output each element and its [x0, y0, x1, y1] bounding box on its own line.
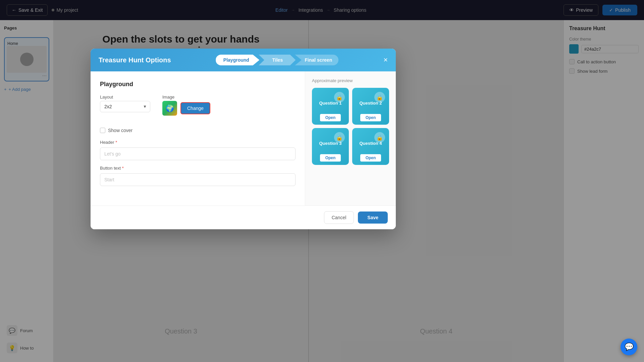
tile-open-button-4[interactable]: Open [360, 154, 381, 162]
show-cover-row: Show cover [100, 128, 296, 133]
lock-icon-3: 🔒 [334, 132, 345, 143]
preview-title: Approximate preview [312, 78, 389, 83]
lock-icon-1: 🔒 [334, 92, 345, 103]
tab-tiles[interactable]: Tiles [259, 55, 296, 65]
change-image-button[interactable]: Change [180, 102, 210, 114]
modal-footer: Cancel Save [91, 205, 396, 229]
modal-title: Treasure Hunt Options [99, 56, 171, 64]
lock-icon-4: 🔒 [374, 132, 385, 143]
tile-open-button-3[interactable]: Open [320, 154, 341, 162]
show-cover-label: Show cover [108, 128, 132, 133]
modal-left-panel: Playground Layout 2x2 3x3 4x4 ▼ Ima [91, 71, 305, 205]
tab-playground[interactable]: Playground [216, 55, 259, 65]
modal-right-panel: Approximate preview 🔒 Question 1 Open 🔒 … [305, 71, 396, 205]
preview-tile-4[interactable]: 🔒 Question 4 Open [352, 128, 389, 165]
header-label: Header [100, 140, 296, 145]
image-group: Image 🌍 Change [162, 95, 210, 122]
show-cover-checkbox[interactable] [100, 128, 105, 133]
header-group: Header [100, 140, 296, 160]
layout-group: Layout 2x2 3x3 4x4 ▼ [100, 95, 150, 112]
image-label: Image [162, 95, 210, 100]
button-text-group: Button text [100, 166, 296, 186]
button-text-label: Button text [100, 166, 296, 171]
tile-open-button-1[interactable]: Open [320, 114, 341, 121]
preview-tile-1[interactable]: 🔒 Question 1 Open [312, 88, 349, 125]
messenger-bubble[interactable]: 💬 [621, 339, 637, 355]
modal-header: Treasure Hunt Options Playground Tiles F… [91, 49, 396, 71]
layout-select-wrapper: 2x2 3x3 4x4 ▼ [100, 101, 150, 112]
preview-tile-2[interactable]: 🔒 Question 2 Open [352, 88, 389, 125]
modal-tabs: Playground Tiles Final screen [216, 55, 338, 65]
cancel-button[interactable]: Cancel [324, 211, 354, 224]
modal-close-button[interactable]: × [383, 56, 388, 64]
modal-body: Playground Layout 2x2 3x3 4x4 ▼ Ima [91, 71, 396, 205]
preview-grid: 🔒 Question 1 Open 🔒 Question 2 Open 🔒 Qu… [312, 88, 389, 165]
messenger-icon: 💬 [625, 343, 634, 351]
layout-image-row: Layout 2x2 3x3 4x4 ▼ Image 🌍 Chan [100, 95, 296, 122]
image-row: 🌍 Change [162, 101, 210, 116]
treasure-hunt-modal: Treasure Hunt Options Playground Tiles F… [91, 49, 396, 229]
save-button[interactable]: Save [358, 212, 388, 224]
tile-open-button-2[interactable]: Open [360, 114, 381, 121]
tab-final-screen[interactable]: Final screen [295, 55, 338, 65]
header-input[interactable] [100, 147, 296, 160]
layout-select[interactable]: 2x2 3x3 4x4 [100, 101, 150, 112]
lock-icon-2: 🔒 [374, 92, 385, 103]
preview-tile-3[interactable]: 🔒 Question 3 Open [312, 128, 349, 165]
section-title: Playground [100, 81, 296, 88]
button-text-input[interactable] [100, 173, 296, 186]
layout-label: Layout [100, 95, 150, 100]
image-thumbnail: 🌍 [162, 101, 177, 116]
